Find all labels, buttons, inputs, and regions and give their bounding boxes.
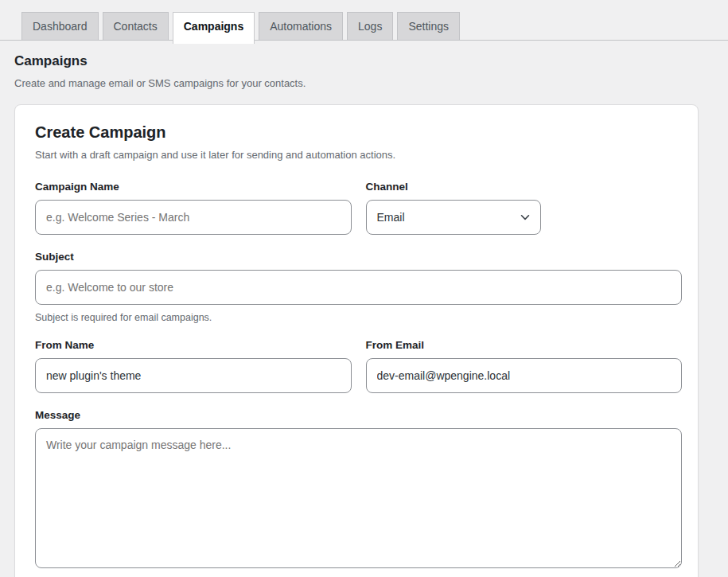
subject-input[interactable]: [35, 270, 682, 305]
channel-label: Channel: [366, 181, 683, 193]
tab-campaigns[interactable]: Campaigns: [173, 12, 255, 44]
subject-hint: Subject is required for email campaigns.: [35, 312, 682, 323]
channel-select[interactable]: Email: [366, 200, 541, 235]
page-subtitle: Create and manage email or SMS campaigns…: [14, 77, 714, 89]
campaign-name-field: Campaign Name: [35, 181, 352, 235]
tab-automations[interactable]: Automations: [259, 12, 343, 40]
subject-row: Subject Subject is required for email ca…: [35, 251, 682, 323]
from-row: From Name From Email: [35, 339, 682, 393]
campaign-name-input[interactable]: [35, 200, 352, 235]
page-header: Campaigns Create and manage email or SMS…: [0, 41, 728, 89]
from-email-label: From Email: [366, 339, 683, 351]
from-email-field: From Email: [366, 339, 683, 393]
from-name-field: From Name: [35, 339, 352, 393]
card-title: Create Campaign: [35, 123, 682, 142]
subject-field: Subject Subject is required for email ca…: [35, 251, 682, 323]
tab-logs[interactable]: Logs: [347, 12, 393, 40]
subject-label: Subject: [35, 251, 682, 263]
from-email-input[interactable]: [366, 358, 683, 393]
tab-bar: Dashboard Contacts Campaigns Automations…: [0, 0, 728, 41]
from-name-input[interactable]: [35, 358, 352, 393]
message-label: Message: [35, 409, 682, 421]
create-campaign-card: Create Campaign Start with a draft campa…: [14, 104, 699, 577]
channel-select-wrap: Email: [366, 200, 541, 235]
message-field: Message: [35, 409, 682, 571]
tab-contacts[interactable]: Contacts: [103, 12, 169, 40]
message-row: Message: [35, 409, 682, 571]
page-title: Campaigns: [14, 53, 714, 69]
channel-field: Channel Email: [366, 181, 683, 235]
campaign-name-label: Campaign Name: [35, 181, 352, 193]
name-channel-row: Campaign Name Channel Email: [35, 181, 682, 235]
from-name-label: From Name: [35, 339, 352, 351]
message-textarea[interactable]: [35, 428, 682, 568]
tab-settings[interactable]: Settings: [397, 12, 460, 40]
card-subtitle: Start with a draft campaign and use it l…: [35, 149, 682, 161]
tab-dashboard[interactable]: Dashboard: [21, 12, 99, 40]
